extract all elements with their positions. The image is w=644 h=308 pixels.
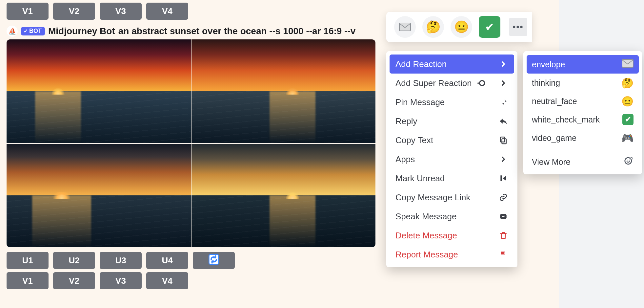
ctx-pin-message[interactable]: Pin Message	[390, 93, 514, 112]
message-context-menu: Add Reaction Add Super Reaction Pin Mess…	[386, 51, 517, 267]
v2-button-bottom[interactable]: V2	[53, 272, 95, 289]
ctx-apps[interactable]: Apps	[390, 150, 514, 169]
check-mark-icon: ✔	[622, 114, 634, 125]
refresh-icon	[209, 254, 219, 267]
ctx-speak-label: Speak Message	[395, 211, 456, 222]
v4-button-top[interactable]: V4	[146, 3, 188, 20]
u3-button[interactable]: U3	[100, 252, 142, 269]
pin-icon	[498, 98, 508, 106]
submenu-separator	[529, 150, 637, 150]
nitro-boost-icon	[476, 79, 486, 87]
link-icon	[498, 193, 508, 202]
quick-react-neutral[interactable]: 😐	[451, 16, 472, 38]
ctx-report-label: Report Message	[395, 250, 458, 260]
v3-button-top[interactable]: V3	[100, 3, 142, 20]
svg-point-2	[479, 80, 484, 85]
svg-rect-1	[399, 23, 411, 31]
svg-rect-4	[500, 137, 505, 142]
ctx-copy-link-label: Copy Message Link	[395, 192, 470, 203]
flag-icon	[498, 250, 508, 259]
ctx-copy-text[interactable]: Copy Text	[390, 131, 514, 150]
v1-button-top[interactable]: V1	[7, 3, 49, 20]
react-thinking-label: thinking	[532, 78, 560, 88]
more-actions-button[interactable]: •••	[509, 18, 527, 36]
quick-react-thinking[interactable]: 🤔	[422, 16, 444, 38]
u1-button[interactable]: U1	[7, 252, 49, 269]
u2-button[interactable]: U2	[53, 252, 95, 269]
ctx-copy-link[interactable]: Copy Message Link	[390, 188, 514, 207]
svg-rect-3	[502, 139, 506, 144]
react-thinking[interactable]: thinking 🤔	[527, 74, 639, 92]
ctx-delete-message[interactable]: Delete Message	[390, 226, 514, 245]
copy-icon	[498, 136, 508, 144]
ctx-add-super-reaction-label: Add Super Reaction	[395, 78, 472, 88]
chevron-right-icon	[498, 79, 508, 87]
quick-react-envelope[interactable]	[394, 16, 416, 38]
chevron-right-icon	[498, 155, 508, 164]
react-video-game[interactable]: video_game 🎮	[527, 129, 639, 147]
svg-point-8	[627, 160, 628, 161]
thumb-1[interactable]	[7, 39, 191, 143]
ctx-add-reaction[interactable]: Add Reaction	[390, 55, 514, 74]
unread-marker-icon	[498, 174, 508, 183]
ctx-pin-label: Pin Message	[395, 97, 445, 107]
svg-rect-6	[622, 59, 633, 67]
thumb-4[interactable]	[191, 144, 376, 248]
ctx-speak-message[interactable]: Speak Message	[390, 207, 514, 226]
ctx-mark-unread[interactable]: Mark Unread	[390, 169, 514, 188]
react-view-more-label: View More	[532, 157, 571, 167]
video-game-emoji-icon: 🎮	[621, 132, 634, 144]
trash-icon	[498, 231, 508, 240]
ctx-mark-unread-label: Mark Unread	[395, 173, 445, 184]
react-envelope[interactable]: envelope	[527, 55, 639, 74]
u4-button[interactable]: U4	[146, 252, 188, 269]
speak-icon	[498, 212, 508, 221]
v2-button-top[interactable]: V2	[53, 3, 95, 20]
image-grid[interactable]	[7, 39, 375, 247]
author-name[interactable]: Midjourney Bot	[48, 26, 115, 36]
variation-buttons-bottom: V1 V2 V3 V4	[7, 272, 557, 289]
ctx-report-message[interactable]: Report Message	[390, 245, 514, 264]
avatar[interactable]: ⛵	[7, 26, 18, 37]
react-white-check-mark[interactable]: white_check_mark ✔	[527, 110, 639, 129]
prompt-text: an abstract sunset over the ocean --s 10…	[118, 26, 356, 36]
emoji-picker-icon	[624, 156, 634, 168]
ctx-reply[interactable]: Reply	[390, 112, 514, 131]
ctx-delete-label: Delete Message	[395, 231, 457, 241]
reaction-submenu: envelope thinking 🤔 neutral_face 😐 white…	[523, 51, 642, 174]
react-neutral-label: neutral_face	[532, 97, 577, 106]
react-neutral-face[interactable]: neutral_face 😐	[527, 92, 639, 110]
envelope-icon	[622, 59, 634, 70]
thinking-emoji-icon: 🤔	[621, 77, 634, 89]
ctx-apps-label: Apps	[395, 154, 415, 165]
envelope-icon	[399, 23, 411, 31]
ctx-copy-text-label: Copy Text	[395, 135, 433, 145]
ctx-add-super-reaction[interactable]: Add Super Reaction	[390, 74, 514, 93]
reply-icon	[498, 117, 508, 125]
ctx-add-reaction-label: Add Reaction	[395, 59, 447, 69]
bot-badge: BOT	[21, 27, 45, 35]
quick-react-check[interactable]: ✔	[479, 16, 500, 38]
quick-reaction-bar: 🤔 😐 ✔ •••	[386, 12, 532, 42]
react-check-label: white_check_mark	[532, 115, 600, 124]
thumb-2[interactable]	[191, 39, 376, 143]
react-video-game-label: video_game	[532, 133, 576, 143]
react-view-more[interactable]: View More	[527, 153, 639, 171]
reroll-button[interactable]	[193, 252, 235, 269]
ctx-reply-label: Reply	[395, 116, 417, 126]
v1-button-bottom[interactable]: V1	[7, 272, 49, 289]
react-envelope-label: envelope	[532, 60, 565, 69]
chevron-right-icon	[498, 60, 508, 68]
neutral-face-emoji-icon: 😐	[621, 96, 634, 107]
v4-button-bottom[interactable]: V4	[146, 272, 188, 289]
thumb-3[interactable]	[7, 144, 191, 248]
v3-button-bottom[interactable]: V3	[100, 272, 142, 289]
svg-rect-0	[209, 254, 218, 264]
svg-point-9	[629, 160, 630, 161]
